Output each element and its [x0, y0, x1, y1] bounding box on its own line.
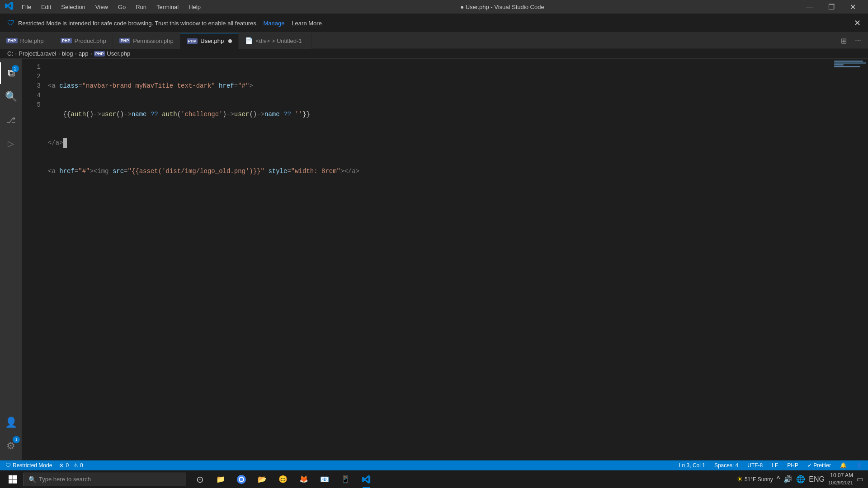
code-line-2: {{auth()->user()->name ?? auth('challeng… — [48, 110, 832, 119]
menu-edit[interactable]: Edit — [37, 3, 56, 11]
split-editor-button[interactable]: ⊞ — [837, 34, 850, 47]
more-actions-button[interactable]: ··· — [852, 34, 864, 47]
breadcrumb: C: › ProjectLaravel › blog › app › PHP U… — [0, 49, 868, 59]
menu-go[interactable]: Go — [113, 3, 130, 11]
tab-bar: PHP Role.php PHP Product.php PHP Permiss… — [0, 33, 868, 49]
line-ending[interactable]: LF — [770, 462, 780, 469]
cursor-position[interactable]: Ln 3, Col 1 — [677, 462, 707, 469]
breadcrumb-drive[interactable]: C: — [7, 50, 13, 57]
start-button[interactable] — [4, 470, 22, 488]
language-mode[interactable]: PHP — [785, 462, 800, 469]
php-icon: PHP — [119, 38, 131, 43]
activity-settings[interactable]: ⚙ 1 — [0, 435, 22, 457]
restricted-banner-text: Restricted Mode is intended for safe cod… — [18, 20, 258, 27]
minimap-content — [832, 59, 868, 71]
menu-terminal[interactable]: Terminal — [152, 3, 183, 11]
menu-view[interactable]: View — [91, 3, 113, 11]
minimize-button[interactable]: — — [799, 0, 820, 14]
tab-product-php[interactable]: PHP Product.php — [54, 33, 113, 49]
account-icon: 👤 — [5, 417, 17, 428]
status-left: 🛡 Restricted Mode ⊗ 0 ⚠ 0 — [4, 462, 85, 469]
tab-permission-php[interactable]: PHP Permission.php — [113, 33, 180, 49]
warning-icon: ⚠ — [73, 462, 78, 469]
run-icon: ▷ — [8, 139, 14, 149]
search-placeholder: Type here to search — [39, 476, 91, 483]
code-editor[interactable]: <a class="navbar-brand myNavTitle text-d… — [44, 59, 832, 460]
activity-bar: ⧉ 2 🔍 ⎇ ▷ 👤 ⚙ 1 — [0, 59, 22, 460]
tab-product-php-label: Product.php — [75, 38, 106, 44]
taskbar-phone[interactable]: 📱 — [335, 470, 355, 488]
activity-run[interactable]: ▷ — [0, 133, 22, 155]
menu-run[interactable]: Run — [131, 3, 151, 11]
banner-close-button[interactable]: ✕ — [854, 18, 861, 28]
taskbar-firefox[interactable]: 🦊 — [294, 470, 314, 488]
menu-help[interactable]: Help — [184, 3, 205, 11]
tab-untitled[interactable]: 📄 <div> > Untitled-1 — [239, 33, 311, 49]
tab-untitled-label: <div> > Untitled-1 — [255, 38, 302, 44]
taskbar-file-explorer[interactable]: 📁 — [211, 470, 231, 488]
taskbar-search-box[interactable]: 🔍 Type here to search — [24, 473, 186, 486]
taskbar-vscode[interactable] — [356, 470, 376, 488]
firefox-icon: 🦊 — [299, 475, 308, 483]
activity-source-control[interactable]: ⎇ — [0, 109, 22, 131]
editor-content[interactable]: 1 2 3 4 5 <a class="navbar-brand myNavTi… — [22, 59, 832, 460]
maximize-button[interactable]: ❐ — [821, 0, 842, 14]
manage-link[interactable]: Manage — [263, 20, 284, 27]
tray-expand[interactable]: ^ — [776, 474, 781, 484]
errors-status[interactable]: ⊗ 0 ⚠ 0 — [57, 462, 85, 469]
breadcrumb-blog[interactable]: blog — [62, 50, 73, 57]
restricted-mode-status[interactable]: 🛡 Restricted Mode — [4, 462, 54, 469]
formatter-status[interactable]: ✓ Prettier — [806, 462, 833, 469]
taskbar-emoji[interactable]: 😊 — [273, 470, 293, 488]
warning-count: 0 — [80, 462, 83, 469]
taskbar-task-view[interactable]: ⊙ — [190, 470, 210, 488]
taskbar-folder[interactable]: 📂 — [252, 470, 272, 488]
file-encoding[interactable]: UTF-8 — [745, 462, 764, 469]
minimap — [832, 59, 868, 460]
close-button[interactable]: ✕ — [843, 0, 863, 14]
breadcrumb-php-icon: PHP — [94, 51, 105, 56]
php-icon: PHP — [6, 38, 18, 43]
editor-area: 1 2 3 4 5 <a class="navbar-brand myNavTi… — [22, 59, 868, 460]
search-icon: 🔍 — [5, 91, 17, 103]
language-indicator[interactable]: ENG — [808, 474, 826, 484]
tab-role-php[interactable]: PHP Role.php — [0, 33, 54, 49]
file-icon: 📄 — [245, 37, 253, 44]
activity-account[interactable]: 👤 — [0, 412, 22, 433]
main-layout: ⧉ 2 🔍 ⎇ ▷ 👤 ⚙ 1 1 2 3 — [0, 59, 868, 460]
window-title: ● User.php - Visual Studio Code — [460, 4, 544, 10]
taskbar-apps: ⊙ 📁 📂 😊 🦊 📧 📱 — [190, 470, 376, 488]
indentation[interactable]: Spaces: 4 — [712, 462, 740, 469]
taskbar-mail[interactable]: 📧 — [315, 470, 335, 488]
taskbar-chrome[interactable] — [231, 470, 251, 488]
menu-file[interactable]: File — [17, 3, 36, 11]
error-count: 0 — [66, 462, 69, 469]
php-icon: PHP — [61, 38, 72, 43]
breadcrumb-app[interactable]: app — [79, 50, 89, 57]
notifications-bell[interactable]: 🔔 — [838, 462, 849, 469]
show-desktop-button[interactable]: ▭ — [856, 474, 864, 484]
tab-bar-right: ⊞ ··· — [837, 34, 868, 47]
tab-user-php[interactable]: PHP User.php — [180, 33, 239, 49]
weather-icon: ☀ — [736, 475, 743, 483]
volume-icon[interactable]: 🔊 — [783, 474, 793, 484]
activity-files[interactable]: ⧉ 2 — [0, 62, 22, 84]
code-line-1: <a class="navbar-brand myNavTitle text-d… — [48, 81, 832, 91]
vscode-logo — [5, 1, 14, 13]
network-icon[interactable]: 🌐 — [795, 474, 806, 484]
learn-more-link[interactable]: Learn More — [292, 20, 321, 27]
settings-badge: 1 — [13, 436, 20, 443]
clock-date: 10/29/2021 — [828, 479, 853, 486]
breadcrumb-file[interactable]: User.php — [107, 50, 130, 57]
menu-selection[interactable]: Selection — [57, 3, 90, 11]
taskbar-clock[interactable]: 10:07 AM 10/29/2021 — [828, 472, 853, 486]
remote-icon[interactable]: 👤 — [854, 462, 864, 469]
search-icon: 🔍 — [28, 476, 36, 483]
tab-user-php-label: User.php — [200, 38, 224, 44]
activity-search[interactable]: 🔍 — [0, 86, 22, 108]
taskbar-right: ☀ 51°F Sunny ^ 🔊 🌐 ENG 10:07 AM 10/29/20… — [736, 472, 864, 486]
breadcrumb-project[interactable]: ProjectLaravel — [19, 50, 56, 57]
status-right: Ln 3, Col 1 Spaces: 4 UTF-8 LF PHP ✓ Pre… — [677, 462, 864, 469]
weather-widget[interactable]: ☀ 51°F Sunny — [736, 475, 773, 483]
file-explorer-icon: 📁 — [216, 475, 225, 483]
